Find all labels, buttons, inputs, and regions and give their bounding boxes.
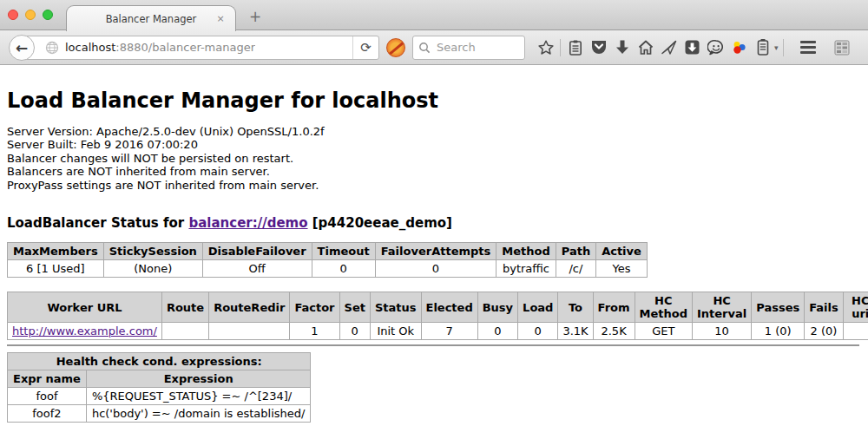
pocket-icon — [590, 39, 608, 56]
worker-row: http://www.example.com/ 1 0 Init Ok 7 0 … — [8, 323, 868, 340]
toolbar-separator — [560, 39, 561, 56]
navigation-toolbar: ← localhost:8880/balancer-manager ⟳ — [0, 30, 868, 65]
server-version-line: Server Version: Apache/2.5.0-dev (Unix) … — [7, 125, 859, 138]
table-header-row: Expr name Expression — [8, 370, 311, 388]
balancer-settings-table: MaxMembers StickySession DisableFailover… — [7, 242, 648, 278]
window-minimize-button[interactable] — [25, 10, 36, 20]
search-icon — [418, 42, 431, 54]
tab-bar: Balancer Manager × + — [0, 0, 868, 30]
menu-button[interactable] — [797, 36, 820, 59]
tab-preview-button[interactable] — [831, 36, 854, 59]
tab-preview-icon — [833, 39, 851, 56]
window-close-button[interactable] — [8, 10, 18, 20]
downloads-button[interactable] — [610, 36, 634, 59]
back-arrow-icon: ← — [16, 39, 28, 56]
menu-icon — [800, 41, 816, 43]
content-block-icon — [386, 38, 405, 57]
back-button[interactable]: ← — [9, 35, 35, 61]
persist-note-line: Balancer changes will NOT be persisted o… — [7, 152, 859, 165]
reload-icon: ⟳ — [360, 40, 372, 56]
battery-extension-icon — [756, 38, 770, 56]
table-header-row: MaxMembers StickySession DisableFailover… — [8, 243, 648, 260]
battery-extension-button[interactable] — [751, 36, 774, 59]
search-input[interactable] — [435, 40, 513, 55]
page-content: Load Balancer Manager for localhost Serv… — [0, 65, 868, 426]
home-button[interactable] — [634, 36, 657, 59]
window-controls — [8, 10, 53, 20]
tab-balancer-manager[interactable]: Balancer Manager × — [66, 5, 236, 31]
page-title: Load Balancer Manager for localhost — [7, 88, 859, 113]
reading-list-icon — [568, 39, 583, 56]
video-download-button[interactable] — [681, 36, 704, 59]
url-bar[interactable]: localhost:8880/balancer-manager ⟳ — [22, 36, 379, 60]
table-row: foof2 hc('body') =~ /domain is establish… — [8, 405, 311, 423]
bookmark-button[interactable] — [534, 36, 557, 59]
reading-list-button[interactable] — [563, 36, 587, 59]
extension-dots-icon — [730, 39, 748, 56]
new-tab-button[interactable]: + — [245, 5, 266, 28]
inherit-note-line: Balancers are NOT inherited from main se… — [7, 165, 859, 178]
health-check-table: Health check cond. expressions: Expr nam… — [7, 352, 311, 423]
server-built-line: Server Built: Feb 9 2016 07:00:20 — [7, 138, 859, 151]
extension-dots-button[interactable] — [727, 36, 751, 59]
content-block-button[interactable] — [386, 38, 405, 57]
send-plane-icon — [661, 39, 678, 56]
send-to-device-button[interactable] — [657, 36, 681, 59]
search-bar[interactable] — [412, 36, 525, 60]
balancer-demo-link[interactable]: balancer://demo — [188, 215, 307, 231]
toolbar-separator — [783, 39, 784, 56]
proxypass-note-line: ProxyPass settings are NOT inherited fro… — [7, 179, 859, 192]
downloads-icon — [615, 39, 630, 56]
bookmark-star-icon — [537, 39, 555, 56]
server-info: Server Version: Apache/2.5.0-dev (Unix) … — [7, 125, 859, 192]
reload-button[interactable]: ⟳ — [352, 36, 378, 59]
health-table-title: Health check cond. expressions: — [8, 353, 311, 370]
overflow-caret-icon[interactable]: ▾ — [774, 43, 779, 52]
pocket-button[interactable] — [587, 36, 610, 59]
worker-status-table: Worker URL Route RouteRedir Factor Set S… — [7, 292, 868, 340]
tab-close-icon[interactable]: × — [214, 13, 227, 25]
table-title-row: Health check cond. expressions: — [8, 353, 311, 370]
loadbalancer-status-heading: LoadBalancer Status for balancer://demo … — [7, 215, 859, 231]
tab-title: Balancer Manager — [106, 13, 197, 25]
table-row: 6 [1 Used] (None) Off 0 0 bytraffic /c/ … — [8, 260, 648, 278]
table-row: foof %{REQUEST_STATUS} =~ /^[234]/ — [8, 388, 311, 405]
url-text: localhost:8880/balancer-manager — [65, 41, 255, 54]
url-host: localhost — [65, 41, 115, 54]
globe-icon — [45, 41, 59, 55]
window-zoom-button[interactable] — [43, 10, 53, 20]
feedback-smiley-icon — [707, 39, 725, 56]
worker-url-link[interactable]: http://www.example.com/ — [12, 324, 157, 338]
divider — [7, 344, 859, 346]
table-header-row: Worker URL Route RouteRedir Factor Set S… — [8, 292, 868, 323]
url-path: :8880/balancer-manager — [115, 41, 255, 54]
feedback-button[interactable] — [704, 36, 727, 59]
home-icon — [637, 39, 654, 56]
video-download-icon — [684, 39, 700, 56]
